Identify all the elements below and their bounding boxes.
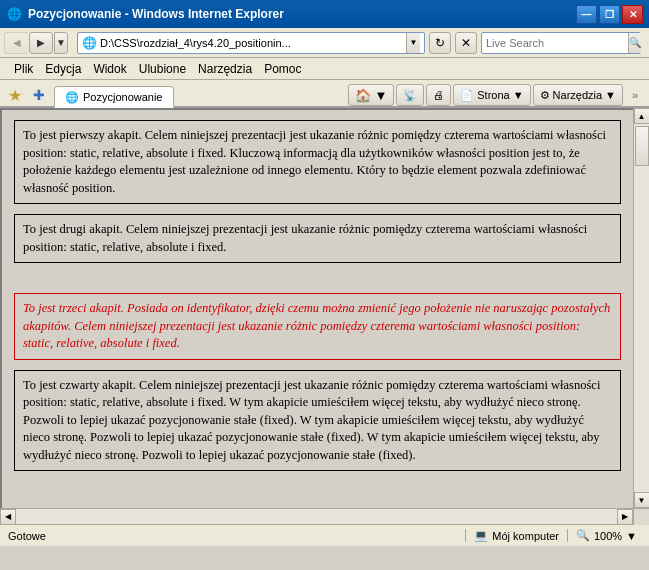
- paragraph-4-block: To jest czwarty akapit. Celem niniejszej…: [14, 370, 621, 472]
- paragraph-2-block: To jest drugi akapit. Celem niniejszej p…: [14, 214, 621, 263]
- security-label: Mój komputer: [492, 530, 559, 542]
- paragraph-1-block: To jest pierwszy akapit. Celem niniejsze…: [14, 120, 621, 204]
- strona-label: Strona: [477, 89, 509, 101]
- menu-pomoc[interactable]: Pomoc: [258, 61, 307, 77]
- strona-dropdown: ▼: [513, 89, 524, 101]
- minimize-button[interactable]: —: [576, 5, 597, 24]
- window-icon: 🌐: [6, 6, 22, 22]
- print-button[interactable]: 🖨: [426, 84, 451, 106]
- title-bar: 🌐 Pozycjonowanie - Windows Internet Expl…: [0, 0, 649, 28]
- address-bar-icon: 🌐: [82, 36, 96, 50]
- menu-bar: Plik Edycja Widok Ulubione Narzędzia Pom…: [0, 58, 649, 80]
- security-zone: 💻 Mój komputer: [465, 529, 567, 542]
- content-inner: To jest pierwszy akapit. Celem niniejsze…: [2, 110, 633, 481]
- window-controls: — ❐ ✕: [576, 5, 643, 24]
- paragraph-2-text: To jest drugi akapit. Celem niniejszej p…: [23, 221, 612, 256]
- zoom-level: 100%: [594, 530, 622, 542]
- search-button[interactable]: 🔍: [628, 33, 641, 53]
- paragraph-3-text: To jest trzeci akapit. Posiada on identy…: [23, 300, 612, 353]
- navigation-bar: ◀ ▶ ▼ 🌐 D:\CSS\rozdział_4\rys4.20_positi…: [0, 28, 649, 58]
- tab-bar: ★ ✚ 🌐 Pozycjonowanie 🏠 ▼ 📡 🖨 📄 Strona ▼ …: [0, 80, 649, 108]
- scroll-thumb-v[interactable]: [635, 126, 649, 166]
- address-text: D:\CSS\rozdział_4\rys4.20_positionin...: [100, 37, 406, 49]
- window-title: Pozycjonowanie - Windows Internet Explor…: [28, 7, 576, 21]
- scroll-track-h[interactable]: [16, 509, 617, 524]
- strona-button[interactable]: 📄 Strona ▼: [453, 84, 530, 106]
- refresh-button[interactable]: ↻: [429, 32, 451, 54]
- menu-widok[interactable]: Widok: [87, 61, 132, 77]
- forward-button[interactable]: ▶: [29, 32, 53, 54]
- search-bar[interactable]: 🔍: [481, 32, 641, 54]
- restore-button[interactable]: ❐: [599, 5, 620, 24]
- paragraph-1-text: To jest pierwszy akapit. Celem niniejsze…: [23, 127, 612, 197]
- scrollbar-corner: [633, 509, 649, 525]
- horizontal-scrollbar[interactable]: ◀ ▶: [0, 508, 649, 524]
- zoom-dropdown[interactable]: ▼: [626, 530, 637, 542]
- nav-dropdown-button[interactable]: ▼: [54, 32, 68, 54]
- menu-narzedzia[interactable]: Narzędzia: [192, 61, 258, 77]
- status-text: Gotowe: [4, 530, 465, 542]
- favorites-star-button[interactable]: ★: [4, 84, 26, 106]
- scroll-left-button[interactable]: ◀: [0, 509, 16, 525]
- menu-ulubione[interactable]: Ulubione: [133, 61, 192, 77]
- favorites-add-button[interactable]: ✚: [28, 84, 50, 106]
- narzedzia-icon: ⚙: [540, 89, 550, 102]
- spacer: [14, 273, 621, 293]
- narzedzia-label: Narzędzia: [553, 89, 603, 101]
- security-icon: 💻: [474, 529, 488, 542]
- stop-button[interactable]: ✕: [455, 32, 477, 54]
- content-area-container: To jest pierwszy akapit. Celem niniejsze…: [0, 108, 649, 524]
- menu-plik[interactable]: Plik: [8, 61, 39, 77]
- tab-icon: 🌐: [65, 90, 79, 104]
- narzedzia-button[interactable]: ⚙ Narzędzia ▼: [533, 84, 623, 106]
- tab-toolbar-right: 🏠 ▼ 📡 🖨 📄 Strona ▼ ⚙ Narzędzia ▼ »: [348, 84, 645, 106]
- narzedzia-dropdown: ▼: [605, 89, 616, 101]
- content-hscroll: To jest pierwszy akapit. Celem niniejsze…: [0, 108, 649, 508]
- tab-label: Pozycjonowanie: [83, 91, 163, 103]
- scroll-track-v[interactable]: [634, 124, 649, 492]
- address-bar[interactable]: 🌐 D:\CSS\rozdział_4\rys4.20_positionin..…: [77, 32, 425, 54]
- tab-pozycjonowanie[interactable]: 🌐 Pozycjonowanie: [54, 86, 174, 108]
- menu-edycja[interactable]: Edycja: [39, 61, 87, 77]
- back-forward-group: ◀ ▶ ▼: [4, 32, 69, 54]
- paragraph-3-block: To jest trzeci akapit. Posiada on identy…: [14, 293, 621, 360]
- more-tools-button[interactable]: »: [625, 89, 645, 101]
- address-dropdown-button[interactable]: ▼: [406, 33, 420, 53]
- home-button[interactable]: 🏠 ▼: [348, 84, 394, 106]
- main-content[interactable]: To jest pierwszy akapit. Celem niniejsze…: [0, 108, 633, 508]
- strona-icon: 📄: [460, 89, 474, 102]
- vertical-scrollbar[interactable]: ▲ ▼: [633, 108, 649, 508]
- back-button[interactable]: ◀: [4, 32, 28, 54]
- close-button[interactable]: ✕: [622, 5, 643, 24]
- zoom-icon: 🔍: [576, 529, 590, 542]
- rss-button[interactable]: 📡: [396, 84, 424, 106]
- scroll-right-button[interactable]: ▶: [617, 509, 633, 525]
- paragraph-4-text: To jest czwarty akapit. Celem niniejszej…: [23, 377, 612, 465]
- scroll-down-button[interactable]: ▼: [634, 492, 650, 508]
- status-bar: Gotowe 💻 Mój komputer 🔍 100% ▼: [0, 524, 649, 546]
- zoom-control[interactable]: 🔍 100% ▼: [567, 529, 645, 542]
- search-input[interactable]: [482, 37, 628, 49]
- scroll-up-button[interactable]: ▲: [634, 108, 650, 124]
